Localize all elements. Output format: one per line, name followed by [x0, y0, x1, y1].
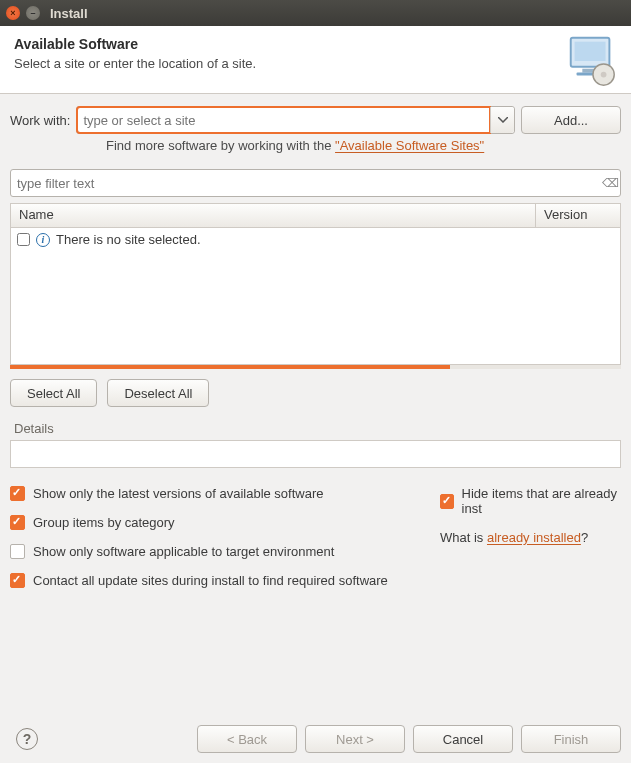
select-all-button[interactable]: Select All: [10, 379, 97, 407]
clear-icon[interactable]: ⌫: [600, 176, 620, 190]
svg-point-5: [601, 72, 607, 78]
opt-group-label: Group items by category: [33, 515, 175, 530]
empty-message: There is no site selected.: [56, 232, 201, 247]
filter-input[interactable]: [11, 176, 600, 191]
checkbox-latest[interactable]: [10, 486, 25, 501]
find-more-text: Find more software by working with the "…: [106, 138, 621, 153]
wizard-footer: ? < Back Next > Cancel Finish: [0, 715, 631, 763]
close-icon[interactable]: ×: [6, 6, 20, 20]
info-icon: i: [36, 233, 50, 247]
work-with-combo[interactable]: [76, 106, 515, 134]
checkbox-hide[interactable]: [440, 494, 454, 509]
opt-contact-label: Contact all update sites during install …: [33, 573, 388, 588]
titlebar: × – Install: [0, 0, 631, 26]
row-checkbox[interactable]: [17, 233, 30, 246]
checkbox-target[interactable]: [10, 544, 25, 559]
table-row: i There is no site selected.: [11, 228, 620, 251]
install-image-icon: [563, 32, 621, 90]
add-button[interactable]: Add...: [521, 106, 621, 134]
checkbox-group[interactable]: [10, 515, 25, 530]
available-sites-link[interactable]: "Available Software Sites": [335, 138, 484, 153]
what-is-suffix: ?: [581, 530, 588, 545]
cancel-button[interactable]: Cancel: [413, 725, 513, 753]
progress-track: [10, 365, 621, 369]
col-version[interactable]: Version: [536, 204, 620, 227]
chevron-down-icon[interactable]: [490, 107, 514, 133]
opt-target-env[interactable]: Show only software applicable to target …: [10, 544, 410, 559]
back-button[interactable]: < Back: [197, 725, 297, 753]
details-box: [10, 440, 621, 468]
deselect-all-button[interactable]: Deselect All: [107, 379, 209, 407]
minimize-icon[interactable]: –: [26, 6, 40, 20]
banner-heading: Available Software: [14, 36, 617, 52]
next-button[interactable]: Next >: [305, 725, 405, 753]
opt-latest-only[interactable]: Show only the latest versions of availab…: [10, 486, 410, 501]
opt-hide-label: Hide items that are already inst: [462, 486, 621, 516]
opt-latest-label: Show only the latest versions of availab…: [33, 486, 324, 501]
opt-contact-sites[interactable]: Contact all update sites during install …: [10, 573, 410, 588]
details-label: Details: [14, 421, 621, 436]
finish-button[interactable]: Finish: [521, 725, 621, 753]
filter-box[interactable]: ⌫: [10, 169, 621, 197]
what-is-prefix: What is: [440, 530, 487, 545]
opt-target-label: Show only software applicable to target …: [33, 544, 334, 559]
work-with-input[interactable]: [77, 107, 490, 133]
what-is-text: What is already installed?: [440, 530, 621, 545]
banner-subheading: Select a site or enter the location of a…: [14, 56, 617, 71]
svg-rect-1: [575, 42, 606, 61]
work-with-label: Work with:: [10, 113, 70, 128]
help-icon[interactable]: ?: [16, 728, 38, 750]
options-area: Show only the latest versions of availab…: [10, 486, 621, 588]
col-name[interactable]: Name: [11, 204, 536, 227]
opt-group-category[interactable]: Group items by category: [10, 515, 410, 530]
software-table: Name Version i There is no site selected…: [10, 203, 621, 365]
progress-bar: [10, 365, 450, 369]
wizard-banner: Available Software Select a site or ente…: [0, 26, 631, 94]
opt-hide-installed[interactable]: Hide items that are already inst: [440, 486, 621, 516]
already-installed-link[interactable]: already installed: [487, 530, 581, 545]
checkbox-contact[interactable]: [10, 573, 25, 588]
window-title: Install: [50, 6, 88, 21]
table-header: Name Version: [11, 204, 620, 228]
find-more-prefix: Find more software by working with the: [106, 138, 335, 153]
